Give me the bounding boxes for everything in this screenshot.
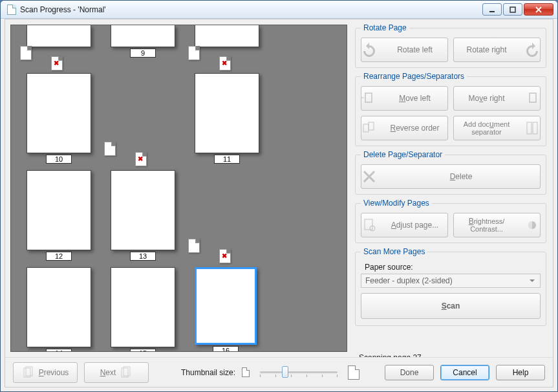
- svg-rect-8: [365, 219, 372, 230]
- separator-icon[interactable]: [104, 142, 116, 156]
- separator-icon[interactable]: [188, 46, 200, 60]
- svg-rect-1: [510, 7, 515, 12]
- add-separator-icon: [524, 120, 540, 136]
- rotate-left-icon: [361, 42, 377, 58]
- delete-group: Delete Page/Separator Delete: [355, 150, 546, 195]
- rotate-group: Rotate Page Rotate left Rotate right: [355, 23, 546, 68]
- brightness-contrast-button[interactable]: Brightness/Contrast...: [453, 213, 541, 237]
- client-area: 9 10 11 12 13 14 15: [5, 19, 553, 387]
- svg-rect-2: [365, 93, 372, 102]
- help-button[interactable]: Help: [496, 365, 545, 380]
- thumbnail-selected[interactable]: 16: [195, 267, 257, 352]
- separator-icon[interactable]: [20, 46, 32, 60]
- window-title: Scan Progress - 'Normal': [20, 5, 482, 14]
- thumbnail[interactable]: 14: [27, 267, 91, 352]
- thumbnail[interactable]: 10: [27, 73, 91, 164]
- thumb-number: 14: [46, 349, 72, 352]
- scan-more-group: Scan More Pages Paper source: Feeder - d…: [355, 247, 546, 326]
- minimize-button[interactable]: [482, 3, 502, 16]
- separator-redx-icon[interactable]: [219, 56, 231, 71]
- prev-icon: [22, 366, 35, 379]
- brightness-icon: [524, 217, 540, 233]
- adjust-icon: [361, 217, 377, 233]
- delete-legend: Delete Page/Separator: [361, 150, 445, 159]
- svg-rect-7: [533, 122, 537, 134]
- done-button[interactable]: Done: [385, 365, 434, 380]
- thumb-number: 16: [213, 346, 239, 352]
- separator-redx-icon[interactable]: [135, 152, 147, 166]
- thumbnail[interactable]: 15: [111, 267, 175, 352]
- thumbnail-panel[interactable]: 9 10 11 12 13 14 15: [10, 25, 347, 352]
- close-button[interactable]: [524, 3, 553, 16]
- reverse-icon: [361, 120, 377, 136]
- svg-rect-4: [363, 124, 369, 132]
- svg-rect-5: [369, 122, 374, 130]
- thumbnail[interactable]: 12: [27, 170, 91, 261]
- rotate-right-icon: [524, 42, 540, 58]
- titlebar[interactable]: Scan Progress - 'Normal': [1, 1, 557, 19]
- maximize-button[interactable]: [503, 3, 522, 16]
- svg-rect-6: [527, 122, 531, 134]
- separator-redx-icon[interactable]: [219, 249, 231, 263]
- view-modify-group: View/Modify Pages Adjust page... Brightn…: [355, 199, 546, 243]
- separator-icon[interactable]: [188, 239, 200, 253]
- thumb-small-icon: [242, 367, 250, 377]
- adjust-page-button[interactable]: Adjust page...: [361, 213, 448, 237]
- cancel-button[interactable]: Cancel: [440, 365, 489, 380]
- next-button[interactable]: Next: [84, 362, 149, 383]
- move-left-button[interactable]: Move left: [361, 86, 448, 111]
- reverse-order-button[interactable]: Reverse order: [361, 116, 448, 140]
- paper-source-combo[interactable]: Feeder - duplex (2-sided): [361, 274, 541, 288]
- move-left-icon: [361, 91, 377, 106]
- thumb-number: 9: [130, 49, 156, 58]
- paper-source-label: Paper source:: [365, 263, 541, 272]
- add-separator-button[interactable]: Add documentseparator: [453, 116, 541, 140]
- previous-button[interactable]: Previous: [13, 362, 78, 383]
- move-right-icon: [524, 91, 540, 106]
- thumb-number: 10: [46, 155, 72, 164]
- rotate-left-button[interactable]: Rotate left: [361, 38, 448, 62]
- svg-rect-0: [489, 11, 495, 12]
- thumbnail-size-label: Thumbnail size:: [181, 368, 235, 377]
- delete-icon: [361, 169, 377, 184]
- move-right-button[interactable]: Move right: [453, 86, 541, 111]
- delete-button[interactable]: Delete: [361, 164, 541, 189]
- window: Scan Progress - 'Normal' 9 10: [0, 0, 558, 392]
- footer: Previous Next Thumbnail size: Done Cance…: [5, 357, 553, 387]
- rotate-right-button[interactable]: Rotate right: [453, 38, 541, 62]
- slider-handle[interactable]: [282, 366, 288, 378]
- scan-more-legend: Scan More Pages: [361, 247, 427, 256]
- view-legend: View/Modify Pages: [361, 199, 432, 208]
- next-icon: [120, 366, 133, 379]
- thumbnail-size-slider[interactable]: [260, 371, 338, 373]
- thumb-number: 13: [130, 252, 156, 261]
- svg-rect-3: [530, 93, 536, 102]
- thumb-number: 11: [214, 155, 240, 164]
- thumbnail[interactable]: 13: [111, 170, 175, 261]
- thumb-number: 15: [130, 349, 156, 352]
- scan-button[interactable]: Scan: [361, 293, 541, 319]
- rearrange-group: Rearrange Pages/Separators Move left Mov…: [355, 72, 546, 146]
- separator-redx-icon[interactable]: [51, 56, 63, 71]
- app-icon: [7, 5, 16, 15]
- thumbnail[interactable]: 11: [195, 73, 259, 164]
- side-panel: Rotate Page Rotate left Rotate right Rea…: [352, 19, 553, 357]
- thumb-number: 12: [46, 252, 72, 261]
- thumb-large-icon: [348, 365, 359, 380]
- rotate-legend: Rotate Page: [361, 23, 409, 32]
- rearrange-legend: Rearrange Pages/Separators: [361, 72, 467, 81]
